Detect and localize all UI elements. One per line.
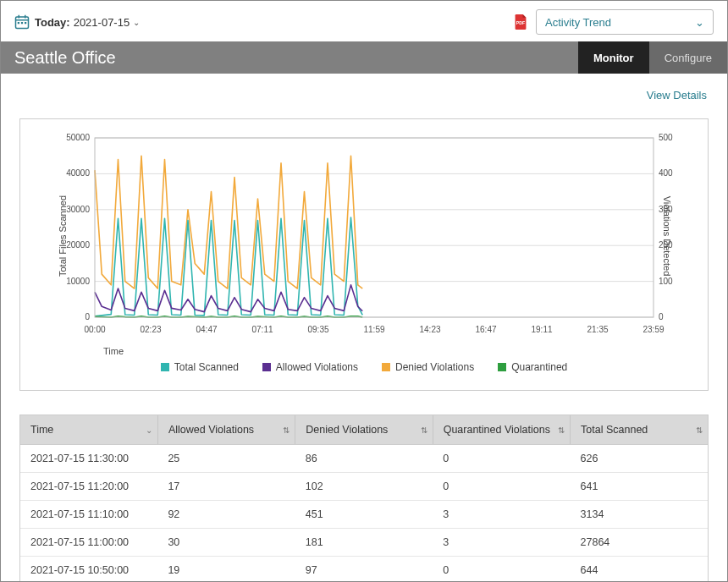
table-cell: 0 <box>433 557 570 583</box>
svg-rect-2 <box>19 15 20 19</box>
col-quarantined[interactable]: Quarantined Violations⇅ <box>433 415 570 445</box>
svg-rect-6 <box>25 22 26 24</box>
table-cell: 25 <box>157 445 295 473</box>
sort-icon: ⇅ <box>558 426 565 435</box>
col-denied[interactable]: Denied Violations⇅ <box>295 415 433 445</box>
svg-text:14:23: 14:23 <box>419 325 440 334</box>
table-cell: 451 <box>295 501 433 529</box>
svg-text:21:35: 21:35 <box>587 325 608 334</box>
chart-legend: Total Scanned Allowed Violations Denied … <box>34 361 694 373</box>
table-cell: 92 <box>157 501 295 529</box>
svg-text:100: 100 <box>659 277 673 286</box>
sort-desc-icon: ⌄ <box>146 426 152 435</box>
svg-text:20000: 20000 <box>66 240 90 250</box>
table-cell: 2021-07-15 10:50:00 <box>20 557 157 583</box>
tab-configure[interactable]: Configure <box>649 41 727 74</box>
svg-text:23:59: 23:59 <box>643 325 664 334</box>
table-cell: 0 <box>433 445 570 473</box>
y-axis-left-label: Total Files Scanned <box>58 195 68 277</box>
svg-text:30000: 30000 <box>66 205 90 214</box>
table-cell: 27864 <box>571 529 708 557</box>
svg-text:00:00: 00:00 <box>84 325 105 334</box>
table-row: 2021-07-15 10:50:0019970644 <box>20 557 708 583</box>
svg-text:PDF: PDF <box>516 20 525 25</box>
y-axis-right-label: Violations Detected <box>663 196 673 277</box>
table-cell: 3134 <box>571 501 708 529</box>
table-row: 2021-07-15 11:10:009245133134 <box>20 501 708 529</box>
col-total[interactable]: Total Scanned⇅ <box>571 415 708 445</box>
svg-text:09:35: 09:35 <box>307 325 328 334</box>
legend-allowed: Allowed Violations <box>276 361 358 373</box>
svg-text:16:47: 16:47 <box>475 325 496 334</box>
svg-text:19:11: 19:11 <box>531 325 552 334</box>
table-cell: 644 <box>571 557 708 583</box>
table-cell: 97 <box>295 557 433 583</box>
svg-text:04:47: 04:47 <box>196 325 217 334</box>
svg-rect-37 <box>95 138 654 317</box>
pdf-export-icon[interactable]: PDF <box>514 14 527 30</box>
chevron-down-icon: ⌄ <box>695 16 704 29</box>
svg-text:07:11: 07:11 <box>251 325 273 334</box>
table-cell: 626 <box>571 445 708 473</box>
sort-icon: ⇅ <box>421 426 427 435</box>
svg-rect-4 <box>18 22 19 24</box>
svg-text:50000: 50000 <box>66 133 90 142</box>
legend-total-scanned: Total Scanned <box>174 361 239 373</box>
table-cell: 0 <box>433 473 570 501</box>
today-date: 2021-07-15 <box>74 16 130 29</box>
svg-text:500: 500 <box>659 133 673 142</box>
svg-rect-5 <box>21 22 23 24</box>
activity-chart: Total Files Scanned Violations Detected … <box>19 118 709 391</box>
legend-quarantined: Quarantined <box>511 361 567 373</box>
col-allowed[interactable]: Allowed Violations⇅ <box>157 415 295 445</box>
legend-denied: Denied Violations <box>395 361 474 373</box>
violations-table: Time⌄ Allowed Violations⇅ Denied Violati… <box>20 415 708 582</box>
activity-trend-select[interactable]: Activity Trend ⌄ <box>536 9 714 35</box>
table-row: 2021-07-15 11:20:00171020641 <box>20 473 708 501</box>
view-details-link[interactable]: View Details <box>647 89 707 102</box>
table-cell: 641 <box>571 473 708 501</box>
table-cell: 3 <box>433 501 570 529</box>
svg-text:40000: 40000 <box>66 168 90 178</box>
swatch-quarantined <box>498 363 506 371</box>
svg-text:0: 0 <box>659 312 664 321</box>
table-cell: 3 <box>433 529 570 557</box>
svg-text:400: 400 <box>659 168 673 178</box>
svg-text:0: 0 <box>85 312 90 321</box>
calendar-icon[interactable] <box>14 14 30 30</box>
table-cell: 30 <box>157 529 295 557</box>
swatch-allowed <box>262 363 271 371</box>
col-time[interactable]: Time⌄ <box>20 415 157 445</box>
table-cell: 86 <box>295 445 433 473</box>
table-cell: 2021-07-15 11:10:00 <box>20 501 157 529</box>
table-cell: 2021-07-15 11:30:00 <box>20 445 157 473</box>
sort-icon: ⇅ <box>696 426 703 435</box>
table-cell: 181 <box>295 529 433 557</box>
swatch-denied <box>382 363 390 371</box>
table-cell: 2021-07-15 11:00:00 <box>20 529 157 557</box>
activity-trend-label: Activity Trend <box>545 16 611 29</box>
svg-rect-3 <box>25 15 26 19</box>
table-row: 2021-07-15 11:00:0030181327864 <box>20 529 708 557</box>
today-label: Today: <box>35 16 70 29</box>
table-cell: 102 <box>295 473 433 501</box>
tab-monitor[interactable]: Monitor <box>578 41 649 74</box>
table-cell: 2021-07-15 11:20:00 <box>20 473 157 501</box>
x-axis-label: Time <box>103 346 694 356</box>
sort-icon: ⇅ <box>283 426 290 435</box>
svg-text:10000: 10000 <box>66 277 90 286</box>
table-cell: 17 <box>157 473 295 501</box>
page-title: Seattle Office <box>14 48 578 68</box>
table-row: 2021-07-15 11:30:0025860626 <box>20 445 708 473</box>
svg-text:11:59: 11:59 <box>363 325 384 334</box>
table-cell: 19 <box>157 557 295 583</box>
svg-text:02:23: 02:23 <box>140 325 161 334</box>
chevron-down-icon[interactable]: ⌄ <box>133 18 140 27</box>
swatch-total-scanned <box>161 363 169 371</box>
